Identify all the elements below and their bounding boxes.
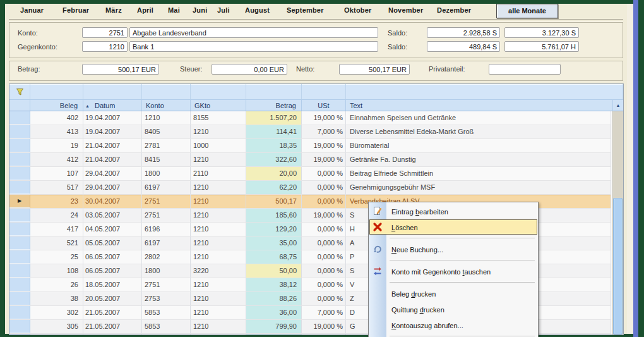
header-ust[interactable]: USt [302, 100, 346, 111]
cell-konto: 2751 [142, 209, 191, 222]
betrag-field[interactable] [82, 64, 159, 75]
table-row[interactable]: 41319.04.200784051210114,417,000 %Divers… [9, 125, 611, 139]
scrollbar-top-arrow-icon[interactable]: ▲ [612, 100, 623, 111]
menu-item-konto-mit-gegenkonto-tauschen[interactable]: Konto mit Gegenkonto tauschen [369, 264, 538, 279]
cell-beleg: 305 [30, 320, 83, 333]
sort-asc-icon: ▲ [85, 104, 90, 108]
tab-märz[interactable]: März [105, 6, 122, 14]
cell-konto: 5853 [142, 334, 191, 335]
cell-betrag: 322,60 [246, 153, 302, 166]
tab-alle-monate[interactable]: alle Monate [496, 4, 558, 18]
header-datum[interactable]: ▲Datum [83, 100, 142, 111]
tab-mai[interactable]: Mai [168, 6, 180, 14]
edit-icon [373, 206, 383, 216]
menu-item-beleg-drucken[interactable]: Beleg drucken [369, 286, 538, 302]
gegenkonto-number-field[interactable] [82, 41, 128, 52]
tab-februar[interactable]: Februar [63, 6, 89, 14]
cell-ust: 0,000 % [302, 181, 346, 194]
header-text[interactable]: Text [346, 100, 623, 111]
table-row[interactable]: 41221.04.200784151210322,6019,000 %Geträ… [9, 153, 611, 167]
tab-januar[interactable]: Januar [20, 6, 44, 14]
cell-gkto: 2110 [191, 167, 246, 180]
cell-beleg: 517 [30, 181, 83, 194]
cell-betrag: 38,12 [246, 278, 302, 291]
table-row[interactable]: 40219.04.2007121081551.507,2019,000 %Ein… [9, 111, 611, 125]
steuer-field[interactable] [212, 64, 287, 75]
main-content: alle Monate JanuarFebruarMärzAprilMaiJun… [5, 4, 627, 334]
row-selector-cell [9, 278, 30, 291]
cell-konto: 1210 [142, 111, 191, 125]
saldo-field-2a[interactable] [427, 41, 500, 52]
menu-item-eintrag-bearbeiten[interactable]: Eintrag bearbeiten [369, 204, 538, 219]
tab-oktober[interactable]: Oktober [344, 6, 372, 14]
row-selector-cell [9, 167, 30, 180]
cell-text: Genehmigungsgebühr MSF [346, 181, 611, 194]
row-selector-cell [9, 320, 30, 333]
table-row[interactable]: 51729.04.20076197121062,200,000 %Genehmi… [9, 181, 611, 195]
cell-konto: 2751 [142, 195, 191, 208]
filter-cell[interactable] [191, 84, 246, 99]
new-booking-icon [373, 244, 383, 254]
table-row[interactable]: 1921.04.20072781100018,3519,000 %Büromat… [9, 139, 611, 153]
cell-ust: 19,000 % [302, 139, 346, 152]
filter-cell[interactable] [302, 84, 346, 99]
cell-datum: 19.04.2007 [83, 125, 142, 138]
row-selector-cell [9, 334, 30, 335]
menu-item-label: Quittung drucken [391, 306, 444, 314]
filter-icon-cell[interactable] [9, 84, 30, 99]
header-beleg[interactable]: Beleg [30, 100, 83, 111]
scrollbar-thumb[interactable] [613, 198, 623, 334]
cell-betrag: 35,00 [246, 236, 302, 250]
cell-gkto: 1210 [191, 320, 246, 333]
header-selector [9, 100, 30, 111]
konto-name-field[interactable] [129, 27, 378, 38]
header-gkto[interactable]: GKto [191, 100, 246, 111]
cell-ust: 0,000 % [302, 250, 346, 264]
tab-august[interactable]: August [245, 6, 270, 14]
table-filter-row[interactable] [9, 84, 623, 100]
tab-juni[interactable]: Juni [193, 6, 207, 14]
menu-item-quittung-drucken[interactable]: Quittung drucken [369, 302, 538, 317]
tab-april[interactable]: April [137, 6, 153, 14]
cell-datum: 20.05.2007 [83, 292, 142, 305]
filter-cell[interactable] [346, 84, 623, 99]
cell-beleg: 303 [30, 334, 83, 335]
filter-cell[interactable] [142, 84, 191, 99]
cell-ust: 0,000 % [302, 292, 346, 305]
tab-november[interactable]: November [388, 6, 423, 14]
saldo-field-1b[interactable] [504, 27, 579, 38]
cell-ust: 0,000 % [302, 223, 346, 236]
steuer-label: Steuer: [180, 65, 202, 73]
tab-dezember[interactable]: Dezember [437, 6, 471, 14]
cell-betrag: 185,60 [246, 209, 302, 222]
cell-ust: 19,000 % [302, 320, 346, 333]
filter-cell[interactable] [83, 84, 142, 99]
filter-cell[interactable] [246, 84, 302, 99]
table-scrollbar[interactable]: ▲ [612, 100, 623, 334]
menu-item-kontoauszug-abrufen[interactable]: Kontoauszug abrufen... [369, 317, 538, 333]
netto-field[interactable] [339, 64, 410, 75]
cell-datum: 22.05.2007 [83, 334, 142, 335]
menu-item-löschen[interactable]: Löschen [369, 219, 538, 235]
tab-juli[interactable]: Juli [217, 6, 230, 14]
table-row[interactable]: 10729.04.20071800211020,000,000 %Beitrag… [9, 167, 611, 181]
cell-gkto: 1210 [191, 250, 246, 264]
konto-number-field[interactable] [82, 27, 128, 38]
saldo-field-2b[interactable] [504, 41, 579, 52]
cell-ust: 7,000 % [302, 334, 346, 335]
cell-konto: 6196 [142, 223, 191, 236]
outer-scroll-strip[interactable] [633, 0, 638, 337]
menu-item-neue-buchung[interactable]: Neue Buchung... [369, 242, 538, 257]
cell-beleg: 24 [30, 209, 83, 222]
cell-konto: 6197 [142, 181, 191, 194]
header-betrag[interactable]: Betrag [246, 100, 302, 111]
filter-cell[interactable] [30, 84, 83, 99]
header-konto[interactable]: Konto [142, 100, 191, 111]
privatanteil-field[interactable] [489, 64, 561, 75]
tab-september[interactable]: September [287, 6, 324, 14]
gegenkonto-name-field[interactable] [129, 41, 378, 52]
cell-beleg: 412 [30, 153, 83, 166]
saldo-field-1a[interactable] [427, 27, 500, 38]
cell-betrag: 88,26 [246, 292, 302, 305]
cell-text: Beitrag Elfriede Schmittlein [346, 167, 611, 180]
